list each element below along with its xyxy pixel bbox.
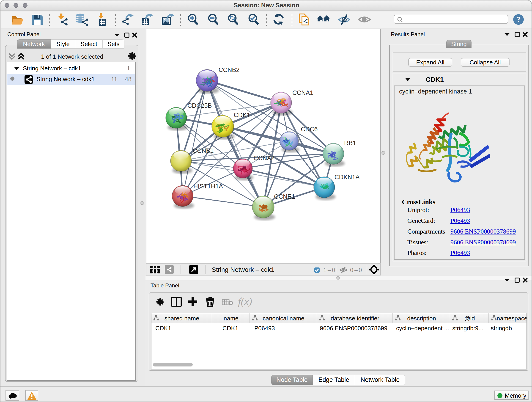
svg-text:RB1: RB1: [344, 140, 356, 147]
svg-text:CDC6: CDC6: [301, 126, 318, 133]
svg-text:CCNA2: CCNA2: [254, 155, 275, 162]
svg-text:CDKN1A: CDKN1A: [335, 174, 360, 181]
svg-text:CDK1: CDK1: [234, 112, 250, 119]
svg-text:CCNB2: CCNB2: [219, 66, 240, 73]
svg-text:CCNB1: CCNB1: [193, 147, 214, 154]
svg-text:CDC25B: CDC25B: [187, 102, 212, 109]
svg-text:HIST1H1A: HIST1H1A: [193, 183, 223, 190]
svg-text:?: ?: [516, 15, 521, 23]
svg-text:CCNE1: CCNE1: [274, 193, 295, 200]
svg-text:CCNA1: CCNA1: [292, 89, 313, 96]
